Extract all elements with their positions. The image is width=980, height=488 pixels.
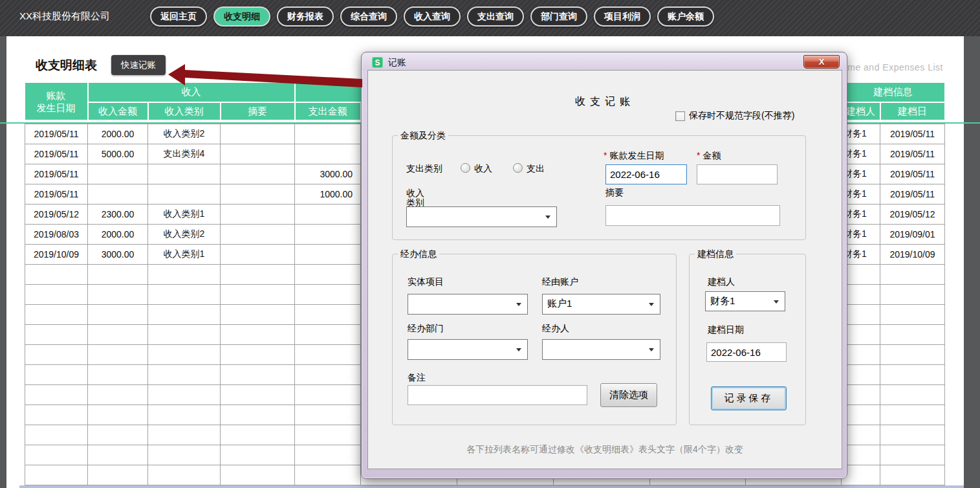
cell[interactable] [221,144,295,164]
cell[interactable] [295,384,361,405]
cell[interactable] [221,164,295,184]
cell[interactable] [25,384,88,405]
cell[interactable] [295,445,361,465]
cell[interactable] [295,364,361,384]
cell[interactable]: 2019/05/11 [880,144,945,164]
cell[interactable] [88,284,148,304]
radio-income[interactable] [461,163,470,173]
cell[interactable]: 3000.00 [88,244,148,264]
cell[interactable] [148,384,221,405]
note-field[interactable] [408,385,587,405]
cell[interactable]: 2019/10/09 [25,244,88,264]
cell[interactable] [148,264,221,284]
cell[interactable] [88,184,148,204]
cell[interactable] [221,224,295,244]
quick-entry-button[interactable]: 快速记账 [111,55,166,75]
strict-field-checkbox[interactable] [675,111,685,121]
cell[interactable] [221,284,295,304]
cell[interactable] [221,184,295,204]
cell[interactable] [880,324,945,344]
nav-button[interactable]: 收支明细 [213,6,270,27]
cell[interactable]: 收入类别1 [148,244,221,264]
person-select[interactable] [542,339,660,360]
cell[interactable]: 收入类别2 [148,224,221,244]
save-record-button[interactable]: 记录保存 [711,386,787,410]
cell[interactable] [295,304,361,324]
nav-button[interactable]: 收入查询 [404,6,461,27]
cell[interactable] [221,364,295,384]
cell[interactable] [295,224,361,244]
cell[interactable] [221,445,295,465]
cell[interactable] [295,465,361,485]
cell[interactable] [880,405,945,425]
account-select[interactable]: 账户1 [542,294,660,315]
cell[interactable] [88,324,148,344]
cell[interactable]: 2300.00 [88,204,148,224]
cell[interactable]: 5000.00 [88,144,148,164]
cell[interactable] [148,344,221,364]
cell[interactable] [88,264,148,284]
cell[interactable] [88,344,148,364]
cell[interactable] [148,425,221,445]
cell[interactable] [295,124,361,144]
archive-date-field[interactable] [706,342,787,362]
cell[interactable] [880,344,945,364]
cell[interactable] [295,405,361,425]
cell[interactable] [25,344,88,364]
cell[interactable] [148,405,221,425]
cell[interactable] [295,144,361,164]
cell[interactable]: 1000.00 [295,184,361,204]
cell[interactable]: 3000.00 [295,164,361,184]
cell[interactable]: 2019/05/11 [25,184,88,204]
radio-expense[interactable] [513,163,523,173]
cell[interactable]: 2000.00 [88,124,148,144]
cell[interactable] [221,244,295,264]
cell[interactable] [148,164,221,184]
cell[interactable] [148,465,221,485]
cell[interactable]: 2019/08/03 [25,224,88,244]
cell[interactable] [295,244,361,264]
cell[interactable] [88,304,148,324]
cell[interactable] [148,304,221,324]
cell[interactable] [25,405,88,425]
cell[interactable] [880,445,945,465]
cell[interactable] [880,465,945,485]
cell[interactable] [295,344,361,364]
cell[interactable] [88,405,148,425]
cell[interactable]: 收入类别2 [148,124,221,144]
income-type-select[interactable] [406,206,557,227]
cell[interactable]: 2019/05/11 [880,124,945,144]
cell[interactable] [880,364,945,384]
cell[interactable] [88,164,148,184]
cell[interactable] [880,384,945,405]
cell[interactable]: 2019/09/01 [880,224,945,244]
cell[interactable] [880,425,945,445]
cell[interactable] [25,264,88,284]
cell[interactable]: 2019/05/12 [880,204,945,224]
cell[interactable]: 2019/05/12 [25,204,88,224]
cell[interactable]: 2019/10/09 [880,244,945,264]
cell[interactable] [221,344,295,364]
clear-options-button[interactable]: 清除选项 [600,383,657,407]
cell[interactable] [295,425,361,445]
cell[interactable] [295,204,361,224]
cell[interactable] [148,324,221,344]
cell[interactable] [88,384,148,405]
cell[interactable] [25,465,88,485]
cell[interactable] [295,264,361,284]
cell[interactable]: 2019/05/11 [25,144,88,164]
cell[interactable]: 2019/05/11 [25,124,88,144]
cell[interactable] [295,324,361,344]
cell[interactable] [148,364,221,384]
nav-button[interactable]: 部门查询 [530,6,587,27]
cell[interactable] [295,284,361,304]
creator-select[interactable]: 财务1 [705,291,785,311]
cell[interactable] [25,304,88,324]
cell[interactable] [25,324,88,344]
cell[interactable]: 2019/05/11 [25,164,88,184]
cell[interactable] [221,465,295,485]
nav-button[interactable]: 账户余额 [657,6,714,27]
cell[interactable] [880,264,945,284]
cell[interactable]: 支出类别4 [148,144,221,164]
dept-select[interactable] [408,339,528,360]
